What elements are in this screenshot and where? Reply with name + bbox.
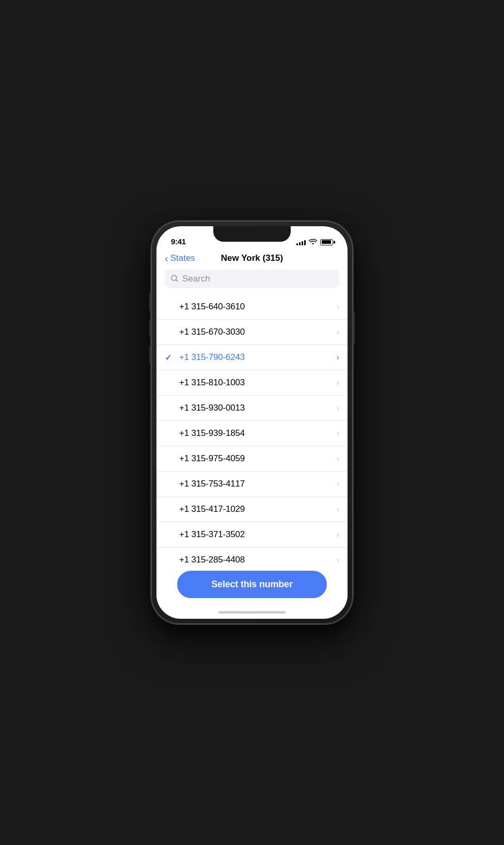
home-bar — [218, 611, 286, 614]
phone-number: +1 315-417-1029 — [179, 504, 245, 514]
phone-number: +1 315-975-4059 — [179, 453, 245, 464]
bottom-section: Select this number — [156, 565, 348, 608]
chevron-right-icon: › — [337, 505, 339, 514]
phone-number: +1 315-810-1003 — [179, 378, 245, 388]
phone-screen: 9:41 — [156, 226, 348, 619]
nav-bar: ‹ States New York (315) — [156, 249, 348, 270]
chevron-right-icon: › — [337, 353, 339, 362]
phone-number: +1 315-640-3610 — [179, 302, 245, 312]
home-indicator — [156, 608, 348, 619]
back-button[interactable]: ‹ States — [165, 253, 195, 263]
search-container: Search — [156, 270, 348, 294]
phone-list: +1 315-640-3610›+1 315-670-3030›✓+1 315-… — [156, 294, 348, 565]
list-item[interactable]: +1 315-670-3030› — [156, 320, 348, 345]
phone-number: +1 315-670-3030 — [179, 327, 245, 337]
select-number-button[interactable]: Select this number — [177, 571, 327, 598]
wifi-icon — [309, 238, 317, 246]
phone-number: +1 315-930-0013 — [179, 403, 245, 413]
chevron-right-icon: › — [337, 454, 339, 463]
list-item[interactable]: +1 315-975-4059› — [156, 446, 348, 472]
phone-number: +1 315-371-3502 — [179, 529, 245, 540]
list-item-left: +1 315-670-3030 — [165, 327, 245, 337]
list-item[interactable]: +1 315-285-4408› — [156, 547, 348, 565]
chevron-right-icon: › — [337, 327, 339, 337]
list-item-left: +1 315-417-1029 — [165, 504, 245, 514]
list-item[interactable]: ✓+1 315-790-6243› — [156, 345, 348, 370]
chevron-right-icon: › — [337, 302, 339, 311]
search-placeholder: Search — [182, 274, 210, 284]
list-item[interactable]: +1 315-640-3610› — [156, 294, 348, 320]
list-item[interactable]: +1 315-930-0013› — [156, 396, 348, 421]
list-item[interactable]: +1 315-417-1029› — [156, 497, 348, 522]
notch — [213, 226, 291, 242]
search-bar[interactable]: Search — [165, 270, 339, 288]
chevron-right-icon: › — [337, 555, 339, 565]
chevron-right-icon: › — [337, 530, 339, 539]
list-item[interactable]: +1 315-939-1854› — [156, 421, 348, 446]
phone-frame: 9:41 — [151, 221, 353, 624]
signal-icon — [296, 239, 306, 245]
nav-title: New York (315) — [221, 253, 283, 263]
phone-number: +1 315-790-6243 — [179, 352, 245, 363]
back-label: States — [170, 253, 195, 263]
chevron-right-icon: › — [337, 429, 339, 438]
battery-icon — [320, 239, 333, 245]
list-item-left: ✓+1 315-790-6243 — [165, 352, 245, 363]
list-item-left: +1 315-975-4059 — [165, 453, 245, 464]
list-item-left: +1 315-930-0013 — [165, 403, 245, 413]
check-icon: ✓ — [165, 353, 175, 363]
phone-number: +1 315-285-4408 — [179, 555, 245, 565]
phone-number: +1 315-753-4117 — [179, 479, 245, 489]
list-item-left: +1 315-939-1854 — [165, 428, 245, 439]
list-item-left: +1 315-640-3610 — [165, 302, 245, 312]
chevron-right-icon: › — [337, 479, 339, 489]
list-item-left: +1 315-285-4408 — [165, 555, 245, 565]
list-item[interactable]: +1 315-810-1003› — [156, 370, 348, 396]
list-item[interactable]: +1 315-371-3502› — [156, 522, 348, 547]
back-chevron-icon: ‹ — [165, 253, 168, 263]
list-item-left: +1 315-371-3502 — [165, 529, 245, 540]
status-icons — [296, 238, 333, 246]
list-item-left: +1 315-810-1003 — [165, 378, 245, 388]
status-time: 9:41 — [171, 237, 186, 246]
chevron-right-icon: › — [337, 403, 339, 413]
list-item-left: +1 315-753-4117 — [165, 479, 245, 489]
chevron-right-icon: › — [337, 378, 339, 387]
search-icon — [171, 275, 178, 284]
list-item[interactable]: +1 315-753-4117› — [156, 472, 348, 497]
phone-number: +1 315-939-1854 — [179, 428, 245, 439]
